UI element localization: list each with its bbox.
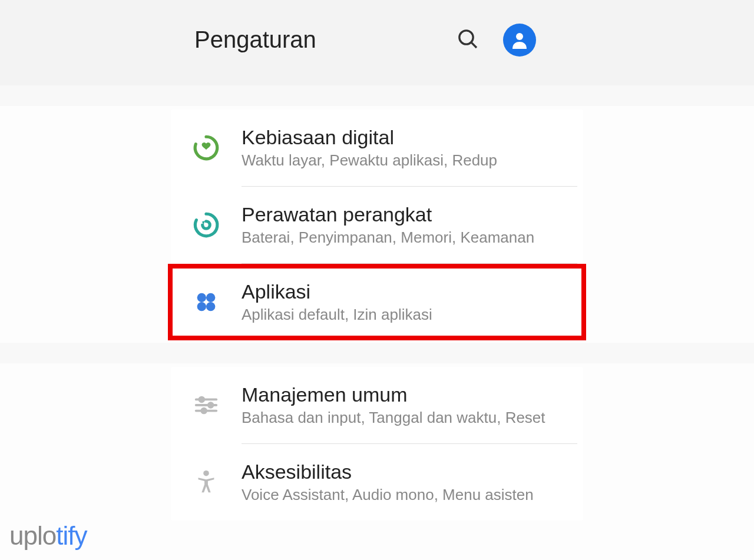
item-text: Aksesibilitas Voice Assistant, Audio mon…: [230, 460, 571, 504]
search-icon[interactable]: [456, 27, 479, 53]
item-title: Aplikasi: [242, 280, 571, 303]
page-title: Pengaturan: [194, 26, 456, 53]
svg-point-0: [459, 30, 473, 44]
svg-point-13: [201, 409, 206, 413]
watermark-part2: tify: [56, 521, 87, 550]
svg-point-4: [197, 293, 206, 302]
svg-point-5: [206, 293, 215, 302]
item-subtitle: Bahasa dan input, Tanggal dan waktu, Res…: [242, 409, 571, 427]
svg-point-14: [203, 470, 209, 476]
list-item-apps[interactable]: Aplikasi Aplikasi default, Izin aplikasi: [168, 264, 586, 340]
list-item-general-management[interactable]: Manajemen umum Bahasa dan input, Tanggal…: [171, 367, 583, 443]
item-subtitle: Voice Assistant, Audio mono, Menu asiste…: [242, 486, 571, 504]
item-title: Aksesibilitas: [242, 460, 571, 483]
settings-card-1: Kebiasaan digital Waktu layar, Pewaktu a…: [171, 110, 583, 340]
item-text: Aplikasi Aplikasi default, Izin aplikasi: [230, 280, 571, 324]
svg-point-9: [200, 397, 204, 402]
sliders-icon: [183, 392, 230, 419]
section-gap: [0, 343, 754, 363]
section-gap: [0, 85, 754, 106]
header: Pengaturan: [0, 0, 754, 85]
list-item-accessibility[interactable]: Aksesibilitas Voice Assistant, Audio mon…: [171, 444, 583, 521]
device-care-icon: [183, 210, 230, 240]
item-subtitle: Waktu layar, Pewaktu aplikasi, Redup: [242, 151, 571, 170]
list-item-digital-wellbeing[interactable]: Kebiasaan digital Waktu layar, Pewaktu a…: [171, 110, 583, 186]
accessibility-icon: [183, 469, 230, 496]
item-text: Perawatan perangkat Baterai, Penyimpanan…: [230, 203, 571, 247]
apps-icon: [183, 289, 230, 316]
settings-list: Kebiasaan digital Waktu layar, Pewaktu a…: [0, 85, 754, 521]
item-title: Perawatan perangkat: [242, 203, 571, 226]
svg-line-1: [472, 42, 477, 47]
svg-point-2: [516, 33, 523, 40]
watermark: uplotify: [9, 521, 87, 551]
item-title: Manajemen umum: [242, 383, 571, 406]
svg-point-11: [209, 403, 213, 407]
svg-point-7: [206, 302, 215, 311]
item-subtitle: Baterai, Penyimpanan, Memori, Keamanan: [242, 228, 571, 247]
item-text: Kebiasaan digital Waktu layar, Pewaktu a…: [230, 126, 571, 170]
profile-avatar[interactable]: [503, 24, 536, 57]
header-actions: [456, 24, 536, 57]
settings-card-2: Manajemen umum Bahasa dan input, Tanggal…: [171, 367, 583, 521]
digital-wellbeing-icon: [183, 133, 230, 163]
item-text: Manajemen umum Bahasa dan input, Tanggal…: [230, 383, 571, 427]
list-item-device-care[interactable]: Perawatan perangkat Baterai, Penyimpanan…: [171, 187, 583, 263]
item-subtitle: Aplikasi default, Izin aplikasi: [242, 306, 571, 324]
watermark-part1: uplo: [9, 521, 56, 550]
item-title: Kebiasaan digital: [242, 126, 571, 149]
svg-point-6: [197, 302, 206, 311]
